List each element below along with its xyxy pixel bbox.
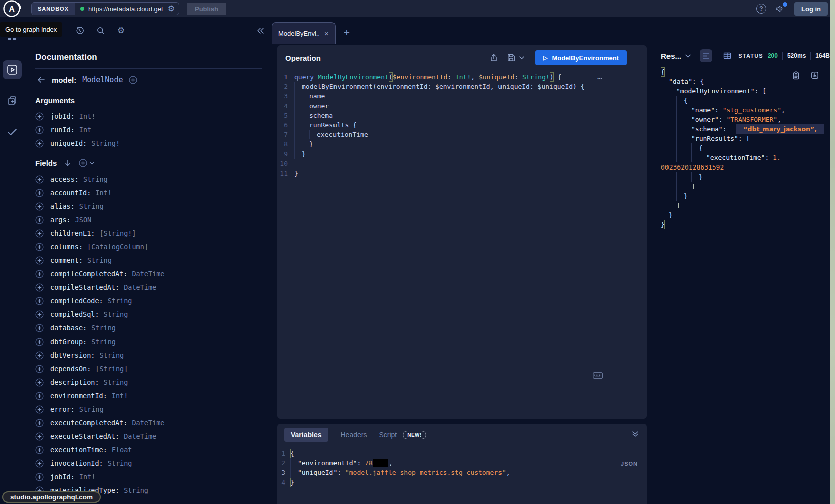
field-type[interactable]: [CatalogColumn] <box>87 243 148 251</box>
variables-editor[interactable]: 1{2"environmentId": 78,3"uniqueId": "mod… <box>277 446 647 487</box>
field-type[interactable]: String <box>108 459 132 467</box>
download-response-icon[interactable] <box>811 71 819 80</box>
field-type[interactable]: DateTime <box>132 419 164 427</box>
field-type[interactable]: String <box>104 310 128 318</box>
login-button[interactable]: Log in <box>794 2 828 16</box>
schema-field-row[interactable]: error:String <box>35 405 262 414</box>
share-icon[interactable] <box>489 53 498 62</box>
field-type[interactable]: String <box>108 297 132 305</box>
add-field-icon[interactable] <box>35 139 44 148</box>
tab-variables[interactable]: Variables <box>284 428 328 442</box>
help-icon[interactable]: ? <box>756 4 766 14</box>
add-field-icon[interactable] <box>35 310 44 319</box>
add-field-icon[interactable] <box>35 324 44 332</box>
json-view-toggle[interactable] <box>700 49 712 62</box>
field-type[interactable]: String <box>99 351 124 359</box>
apollo-logo[interactable]: A <box>2 0 21 18</box>
field-type[interactable]: Int! <box>79 112 96 120</box>
tab-close-icon[interactable]: × <box>324 29 329 38</box>
history-icon[interactable] <box>75 26 84 35</box>
add-all-fields-icon[interactable] <box>79 159 94 167</box>
field-type[interactable]: String <box>79 405 104 413</box>
schema-field-row[interactable]: alias:String <box>35 202 262 211</box>
add-field-icon[interactable] <box>35 112 44 121</box>
field-type[interactable]: String <box>124 486 148 494</box>
publish-button[interactable]: Publish <box>187 3 226 15</box>
schema-field-row[interactable]: executionTime:Float <box>35 445 262 454</box>
schema-field-row[interactable]: comment:String <box>35 256 262 265</box>
schema-field-row[interactable]: database:String <box>35 323 262 332</box>
field-type[interactable]: Int! <box>79 473 96 481</box>
add-type-icon[interactable] <box>129 76 137 84</box>
add-field-icon[interactable] <box>35 189 44 197</box>
endpoint-url-input[interactable]: https://metadata.cloud.get <box>88 5 163 13</box>
schema-field-row[interactable]: invocationId:String <box>35 459 262 468</box>
schema-field-row[interactable]: dbtGroup:String <box>35 337 262 346</box>
back-arrow-icon[interactable] <box>36 75 46 84</box>
field-type[interactable]: String <box>87 256 112 264</box>
schema-field-row[interactable]: runId:Int <box>35 125 262 134</box>
table-view-toggle[interactable] <box>721 49 734 62</box>
run-operation-button[interactable]: ▷ ModelByEnvironment <box>535 50 627 65</box>
new-tab-button[interactable]: + <box>344 27 350 39</box>
schema-field-row[interactable]: accountId:Int! <box>35 188 262 197</box>
add-field-icon[interactable] <box>35 405 44 414</box>
add-field-icon[interactable] <box>35 338 44 346</box>
response-title-dropdown[interactable]: Res... <box>661 52 691 60</box>
checks-icon[interactable] <box>3 122 22 141</box>
schema-field-row[interactable]: uniqueId:String! <box>35 139 262 148</box>
add-field-icon[interactable] <box>35 270 44 278</box>
save-dropdown-chevron-icon[interactable] <box>519 56 524 59</box>
settings-gear-icon[interactable]: ⚙ <box>117 26 125 35</box>
schema-field-row[interactable]: environmentId:Int! <box>35 391 262 400</box>
schema-field-row[interactable]: jobId:Int! <box>35 472 262 481</box>
field-type[interactable]: Int! <box>95 189 112 197</box>
field-type[interactable]: DateTime <box>124 283 156 291</box>
add-field-icon[interactable] <box>35 175 44 184</box>
add-field-icon[interactable] <box>35 473 44 481</box>
field-type[interactable]: [String!] <box>99 229 136 237</box>
add-field-icon[interactable] <box>35 392 44 400</box>
schema-field-row[interactable]: executeCompletedAt:DateTime <box>35 418 262 427</box>
type-name-link[interactable]: ModelNode <box>82 75 123 84</box>
endpoint-settings-gear-icon[interactable]: ⚙ <box>168 5 175 13</box>
collapse-variables-icon[interactable] <box>632 431 639 437</box>
keyboard-shortcuts-icon[interactable] <box>593 372 603 379</box>
field-type[interactable]: String <box>104 378 128 386</box>
field-type[interactable]: String <box>83 175 108 183</box>
field-type[interactable]: Int <box>79 126 91 134</box>
search-icon[interactable] <box>96 26 105 35</box>
add-field-icon[interactable] <box>35 126 44 134</box>
schema-field-row[interactable]: compileStartedAt:DateTime <box>35 283 262 292</box>
schema-field-row[interactable]: jobId:Int! <box>35 112 262 121</box>
collapse-sidebar-icon[interactable] <box>256 27 265 35</box>
endpoint-url-box[interactable]: https://metadata.cloud.get ⚙ <box>75 3 179 15</box>
explorer-icon[interactable] <box>3 60 22 79</box>
schema-field-row[interactable]: childrenL1:[String!] <box>35 229 262 238</box>
field-type[interactable]: DateTime <box>132 270 164 278</box>
schema-field-row[interactable]: dbtVersion:String <box>35 351 262 360</box>
add-field-icon[interactable] <box>35 459 44 468</box>
field-type[interactable]: [String] <box>95 365 128 373</box>
schema-field-row[interactable]: access:String <box>35 175 262 184</box>
schema-field-row[interactable]: compileCompletedAt:DateTime <box>35 269 262 278</box>
field-type[interactable]: String <box>91 338 116 346</box>
field-type[interactable]: DateTime <box>124 432 156 440</box>
tab-headers[interactable]: Headers <box>341 431 367 439</box>
add-field-icon[interactable] <box>35 365 44 373</box>
add-field-icon[interactable] <box>35 202 44 211</box>
schema-field-row[interactable]: dependsOn:[String] <box>35 364 262 373</box>
schema-field-row[interactable]: args:JSON <box>35 215 262 224</box>
add-field-icon[interactable] <box>35 256 44 265</box>
schema-field-row[interactable]: description:String <box>35 378 262 387</box>
add-field-icon[interactable] <box>35 216 44 224</box>
add-field-icon[interactable] <box>35 229 44 238</box>
schema-field-row[interactable]: compiledCode:String <box>35 296 262 305</box>
field-type[interactable]: String! <box>91 139 120 147</box>
operation-editor[interactable]: ⋯ 1query ModelByEnvironment($environment… <box>277 70 647 419</box>
response-json-viewer[interactable]: {"data": {"modelByEnvironment": [{"name"… <box>661 67 830 229</box>
tab-script[interactable]: Script <box>379 431 397 439</box>
schema-field-row[interactable]: executeStartedAt:DateTime <box>35 432 262 441</box>
add-field-icon[interactable] <box>35 243 44 251</box>
field-type[interactable]: JSON <box>75 216 92 224</box>
